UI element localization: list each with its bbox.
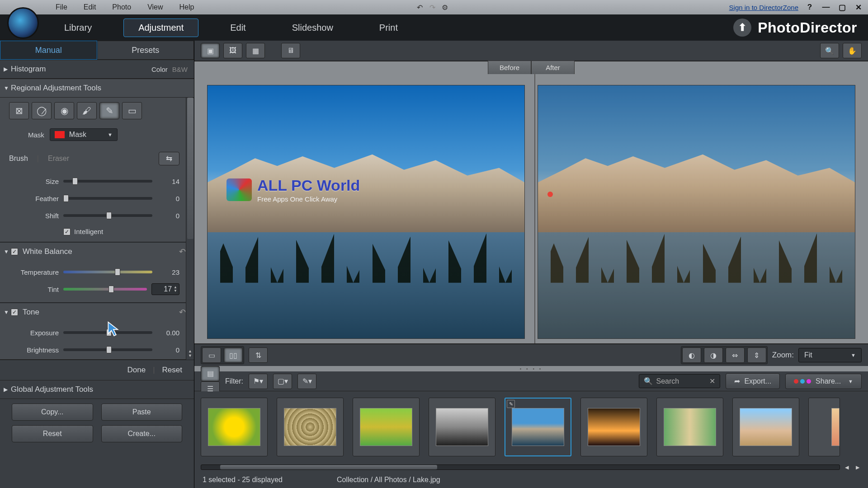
swap-button[interactable]: ⇆ xyxy=(159,152,179,165)
thumbnail[interactable] xyxy=(429,398,495,456)
reset-all-button[interactable]: Reset xyxy=(12,425,93,442)
thumbnail[interactable] xyxy=(353,398,420,456)
intelligent-checkbox[interactable]: ✓ xyxy=(63,228,71,235)
secondary-monitor-icon[interactable]: 🖥 xyxy=(281,43,300,58)
feather-slider[interactable] xyxy=(63,197,152,200)
pan-tool-icon[interactable]: ✋ xyxy=(843,43,862,58)
temperature-slider[interactable] xyxy=(63,271,152,273)
strip-thumb-icon[interactable]: ▤ xyxy=(201,366,220,381)
zoom-dropdown[interactable]: Fit ▼ xyxy=(798,348,862,362)
module-print[interactable]: Print xyxy=(365,19,412,37)
help-icon[interactable]: ? xyxy=(805,2,815,12)
paste-button[interactable]: Paste xyxy=(101,404,183,421)
mirror-v-icon[interactable]: ◑ xyxy=(704,347,723,363)
thumbnail[interactable] xyxy=(201,398,268,456)
after-preview[interactable] xyxy=(538,85,855,339)
menu-help[interactable]: Help xyxy=(171,3,203,11)
settings-icon[interactable]: ⚙ xyxy=(440,2,450,12)
sign-in-link[interactable]: Sign in to DirectorZone xyxy=(729,4,798,11)
clear-search-icon[interactable]: ✕ xyxy=(709,377,715,385)
tab-manual[interactable]: Manual xyxy=(0,41,97,60)
undo-icon[interactable]: ↶ xyxy=(415,2,425,12)
mask-dropdown[interactable]: Mask ▼ xyxy=(50,128,118,141)
thumbnail[interactable] xyxy=(580,398,647,456)
selection-status: 1 selected - 25 displayed xyxy=(203,476,283,484)
filter-label-icon[interactable]: ▢▾ xyxy=(273,374,292,389)
shift-slider[interactable] xyxy=(63,214,152,217)
filmstrip-scrollbar[interactable]: ◀ ▶ xyxy=(194,463,868,472)
brush-tool-icon[interactable]: 🖌 xyxy=(77,102,97,119)
module-edit[interactable]: Edit xyxy=(216,19,260,37)
section-tone[interactable]: ▼ ✓ Tone ↶ xyxy=(0,303,194,321)
tab-presets[interactable]: Presets xyxy=(97,41,194,60)
drag-handle[interactable]: • • • • xyxy=(194,366,868,371)
section-regional[interactable]: ▼ Regional Adjustment Tools xyxy=(0,79,194,98)
crop-tool-icon[interactable]: ⊠ xyxy=(9,102,29,119)
thumbnail[interactable] xyxy=(656,398,723,456)
search-placeholder: Search xyxy=(656,377,706,385)
thumbnail-selected[interactable]: ✎ xyxy=(505,398,571,456)
scroll-left-icon[interactable]: ◀ xyxy=(843,463,851,471)
histogram-bw[interactable]: B&W xyxy=(172,66,188,73)
create-button[interactable]: Create... xyxy=(101,425,183,442)
redo-icon[interactable]: ↷ xyxy=(427,2,437,12)
scroll-right-icon[interactable]: ▶ xyxy=(854,463,862,471)
reset-icon[interactable]: ↶ xyxy=(179,247,186,257)
flip-h-icon[interactable]: ⇔ xyxy=(726,347,745,363)
upload-icon[interactable]: ⬆ xyxy=(733,19,751,37)
thumbnail[interactable] xyxy=(277,398,344,456)
done-button[interactable]: Done xyxy=(127,366,146,375)
flip-v-icon[interactable]: ⇕ xyxy=(747,347,766,363)
after-tab[interactable]: After xyxy=(531,61,575,74)
filter-flag-icon[interactable]: ⚑▾ xyxy=(249,374,268,389)
copy-button[interactable]: Copy... xyxy=(12,404,93,421)
spot-tool-icon[interactable]: ◯̷ xyxy=(32,102,52,119)
export-button[interactable]: ➦ Export... xyxy=(726,373,780,389)
feather-label: Feather xyxy=(9,195,59,202)
menu-view[interactable]: View xyxy=(139,3,171,11)
compare-single-icon[interactable]: ▭ xyxy=(202,347,221,363)
tint-slider[interactable] xyxy=(63,288,147,291)
window-close-icon[interactable]: ✕ xyxy=(854,2,863,12)
menu-photo[interactable]: Photo xyxy=(104,3,139,11)
view-fit-icon[interactable]: 🖼 xyxy=(223,43,242,58)
redeye-tool-icon[interactable]: ◉ xyxy=(54,102,74,119)
eraser-mode[interactable]: Eraser xyxy=(48,155,69,163)
thumbnail[interactable] xyxy=(732,398,799,456)
exposure-value: 0.00 xyxy=(157,329,179,337)
gradient-tool-icon[interactable]: ▭ xyxy=(122,102,142,119)
selection-tool-icon[interactable]: ✎ xyxy=(99,102,119,119)
section-global[interactable]: ▶ Global Adjustment Tools xyxy=(0,380,194,399)
module-library[interactable]: Library xyxy=(50,19,106,37)
histogram-color[interactable]: Color xyxy=(151,66,168,73)
section-white-balance[interactable]: ▼ ✓ White Balance ↶ xyxy=(0,242,194,261)
menu-file[interactable]: File xyxy=(47,3,75,11)
menu-edit[interactable]: Edit xyxy=(75,3,104,11)
thumbnail[interactable] xyxy=(808,398,840,456)
reset-icon[interactable]: ↶ xyxy=(179,307,186,317)
brush-mode[interactable]: Brush xyxy=(9,155,28,163)
mirror-h-icon[interactable]: ◐ xyxy=(682,347,701,363)
compare-split-icon[interactable]: ▯▯ xyxy=(224,347,243,363)
tint-spinner[interactable]: 17 ▲▼ xyxy=(151,283,179,295)
zoom-tool-icon[interactable]: 🔍 xyxy=(820,43,839,58)
search-input[interactable]: 🔍 Search ✕ xyxy=(639,374,720,388)
view-single-icon[interactable]: ▣ xyxy=(201,43,220,58)
whitebalance-checkbox[interactable]: ✓ xyxy=(11,248,18,255)
brightness-slider[interactable] xyxy=(63,348,152,351)
section-histogram[interactable]: ▶ Histogram Color B&W xyxy=(0,60,194,79)
window-minimize-icon[interactable]: — xyxy=(821,2,831,12)
tone-checkbox[interactable]: ✓ xyxy=(11,309,18,316)
panel-scrollbar[interactable]: ▲▼ xyxy=(186,98,194,360)
module-slideshow[interactable]: Slideshow xyxy=(278,19,348,37)
before-tab[interactable]: Before xyxy=(488,61,531,74)
module-adjustment[interactable]: Adjustment xyxy=(123,19,198,37)
view-grid-icon[interactable]: ▦ xyxy=(246,43,265,58)
before-preview[interactable]: ALL PC World Free Apps One Click Away xyxy=(207,85,525,339)
share-button[interactable]: Share... ▼ xyxy=(785,374,862,389)
window-maximize-icon[interactable]: ▢ xyxy=(837,2,847,12)
reset-button[interactable]: Reset xyxy=(162,366,182,375)
swap-compare-icon[interactable]: ⇅ xyxy=(249,347,268,363)
size-slider[interactable] xyxy=(63,180,152,183)
filter-edit-icon[interactable]: ✎▾ xyxy=(297,374,316,389)
